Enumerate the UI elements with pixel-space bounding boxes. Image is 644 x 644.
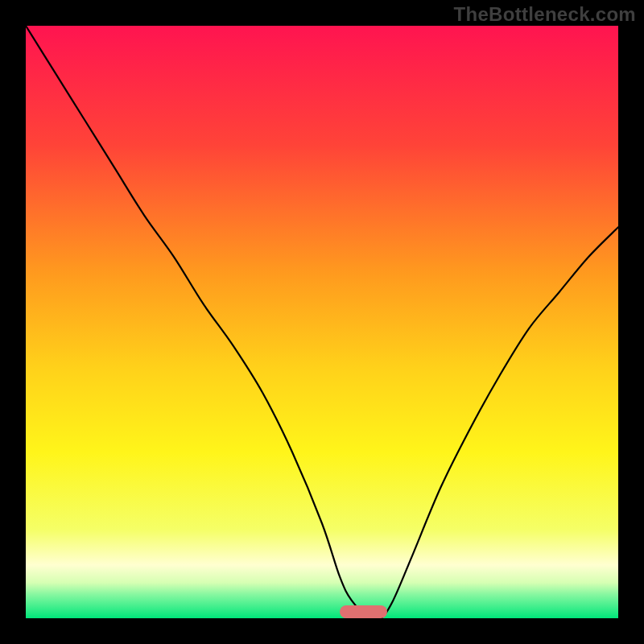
plot-area (26, 26, 618, 618)
gradient-background (26, 26, 618, 618)
watermark-label: TheBottleneck.com (454, 3, 636, 26)
chart-frame: TheBottleneck.com (0, 0, 644, 644)
optimal-range-marker (340, 605, 387, 618)
chart-svg (26, 26, 618, 618)
